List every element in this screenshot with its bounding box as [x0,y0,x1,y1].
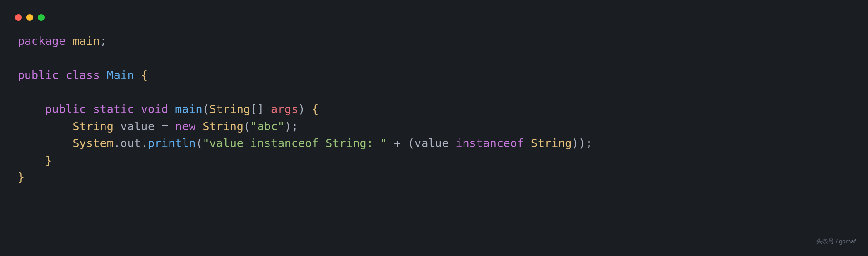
rparen: ) [579,137,585,150]
keyword-static: static [93,103,134,116]
code-block: package main; public class Main { public… [7,25,861,194]
field-out: out [120,137,141,150]
string-literal: "abc" [250,120,284,133]
lparen: ( [202,103,209,116]
dot: . [141,137,148,150]
open-brace: { [312,103,319,116]
lparen: ( [195,137,202,150]
lparen: ( [244,120,250,133]
plus: + [394,137,401,150]
param-args: args [271,103,298,116]
titlebar [7,7,861,25]
class-system: System [72,137,113,150]
method-main: main [175,103,202,116]
maximize-icon[interactable] [38,14,45,21]
code-window: package main; public class Main { public… [7,7,861,249]
keyword-new: new [175,120,195,133]
string-literal: "value instanceof String: " [202,137,387,150]
var-value: value [120,120,155,133]
dot: . [114,137,120,150]
keyword-package: package [18,34,65,48]
equals: = [161,120,168,133]
minimize-icon[interactable] [26,14,33,21]
semicolon: ; [100,34,107,48]
keyword-public: public [18,69,59,82]
keyword-void: void [141,103,168,116]
rparen: ) [284,120,291,133]
close-brace: } [18,171,25,184]
type-string: String [210,103,250,116]
close-brace: } [45,154,52,167]
type-string: String [531,137,572,150]
open-brace: { [141,69,148,82]
close-icon[interactable] [15,14,22,21]
keyword-public: public [45,103,86,116]
rparen: ) [572,137,579,150]
class-name: Main [107,69,134,82]
watermark: 头条号 / gorhaf [816,237,856,246]
semicolon: ; [585,137,592,150]
brackets: [] [250,103,264,116]
lparen: ( [408,137,414,150]
keyword-class: class [65,69,100,82]
package-name: main [72,34,100,48]
ctor-string: String [202,120,243,133]
var-value: value [414,137,449,150]
method-println: println [148,137,195,150]
keyword-instanceof: instanceof [455,137,524,150]
semicolon: ; [291,120,298,133]
rparen: ) [298,103,305,116]
type-string: String [72,120,113,133]
